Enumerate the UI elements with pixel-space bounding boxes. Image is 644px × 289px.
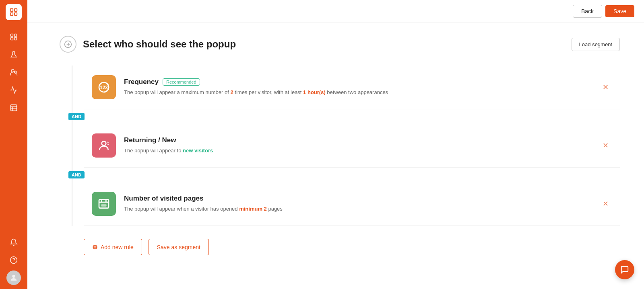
sidebar-item-reports[interactable]	[6, 100, 21, 115]
frequency-hours: 1 hour(s)	[303, 89, 326, 95]
svg-rect-7	[14, 38, 17, 40]
visited-pages-description: The popup will appear when a visitor has…	[124, 205, 591, 213]
svg-point-10	[14, 71, 17, 73]
returning-visitor-type: new visitors	[183, 148, 213, 154]
visited-pages-title-row: Number of visited pages	[124, 195, 591, 203]
sidebar-item-audience[interactable]	[6, 65, 21, 80]
sidebar-item-dashboard[interactable]	[6, 30, 21, 44]
svg-rect-6	[11, 38, 13, 40]
content-area: Select who should see the popup Load seg…	[27, 23, 644, 289]
returning-rule-card: Returning / New The popup will appear to…	[84, 124, 620, 168]
frequency-rule-icon: 123	[92, 75, 116, 99]
rule-row-3: Number of visited pages The popup will a…	[84, 182, 620, 226]
visited-pages-title: Number of visited pages	[124, 195, 203, 203]
svg-rect-0	[10, 9, 13, 11]
svg-rect-5	[14, 34, 17, 37]
svg-rect-2	[10, 13, 13, 15]
frequency-rule-info: Frequency Recommended The popup will app…	[124, 78, 591, 96]
returning-description: The popup will appear to new visitors	[124, 147, 591, 155]
save-segment-button[interactable]: Save as segment	[149, 239, 209, 255]
svg-point-17	[12, 275, 15, 278]
step-icon	[60, 36, 76, 53]
main-content: Back Save Select who should see the popu…	[27, 0, 644, 289]
visited-pages-remove-button[interactable]: ✕	[599, 196, 612, 211]
frequency-title: Frequency	[124, 78, 159, 86]
returning-title: Returning / New	[124, 136, 176, 144]
and-badge-row-1: AND	[84, 109, 620, 124]
svg-point-22	[102, 141, 106, 146]
rule-row: 123 Frequency Recommended The popup will…	[84, 66, 620, 109]
sidebar	[0, 0, 27, 289]
add-rule-label: Add new rule	[101, 244, 134, 250]
visited-pages-rule-card: Number of visited pages The popup will a…	[84, 182, 620, 226]
frequency-rule-card: 123 Frequency Recommended The popup will…	[84, 66, 620, 109]
svg-point-9	[11, 70, 14, 72]
returning-title-row: Returning / New	[124, 136, 591, 144]
save-button[interactable]: Save	[605, 5, 634, 17]
returning-rule-info: Returning / New The popup will appear to…	[124, 136, 591, 155]
svg-rect-11	[11, 105, 17, 111]
frequency-count: 2	[230, 89, 233, 95]
topbar: Back Save	[27, 0, 644, 23]
sidebar-item-notifications[interactable]	[6, 235, 21, 250]
svg-text:123: 123	[100, 85, 108, 90]
timeline-line	[72, 66, 72, 226]
svg-rect-1	[14, 9, 17, 11]
load-segment-button[interactable]: Load segment	[572, 38, 620, 51]
and-badge-row-2: AND	[84, 168, 620, 182]
app-logo[interactable]	[6, 4, 22, 20]
visited-pages-rule-icon	[92, 192, 116, 216]
frequency-description: The popup will appear a maximum number o…	[124, 88, 591, 96]
frequency-title-row: Frequency Recommended	[124, 78, 591, 86]
sidebar-item-analytics[interactable]	[6, 83, 21, 97]
returning-rule-icon	[92, 133, 116, 158]
add-rule-icon: ⊕	[92, 243, 97, 251]
user-avatar[interactable]	[6, 271, 21, 285]
add-rule-button[interactable]: ⊕ Add new rule	[84, 239, 142, 255]
sidebar-item-help[interactable]	[6, 253, 21, 267]
back-button[interactable]: Back	[573, 5, 602, 18]
and-badge-1: AND	[68, 113, 85, 120]
frequency-remove-button[interactable]: ✕	[599, 80, 612, 95]
returning-remove-button[interactable]: ✕	[599, 138, 612, 153]
page-header-left: Select who should see the popup	[60, 36, 236, 53]
svg-rect-4	[11, 34, 13, 37]
svg-rect-27	[101, 204, 106, 206]
recommended-badge: Recommended	[163, 78, 200, 86]
page-title: Select who should see the popup	[83, 39, 236, 50]
svg-rect-23	[99, 199, 109, 208]
svg-rect-3	[14, 13, 17, 15]
rules-container: 123 Frequency Recommended The popup will…	[60, 66, 620, 226]
page-header: Select who should see the popup Load seg…	[60, 36, 620, 53]
bottom-actions: ⊕ Add new rule Save as segment	[60, 239, 620, 255]
chat-button[interactable]	[615, 260, 634, 279]
sidebar-item-experiments[interactable]	[6, 47, 21, 62]
visited-pages-count: minimum 2	[239, 206, 267, 212]
rule-row-2: Returning / New The popup will appear to…	[84, 124, 620, 168]
and-badge-2: AND	[68, 171, 85, 178]
visited-pages-rule-info: Number of visited pages The popup will a…	[124, 195, 591, 213]
